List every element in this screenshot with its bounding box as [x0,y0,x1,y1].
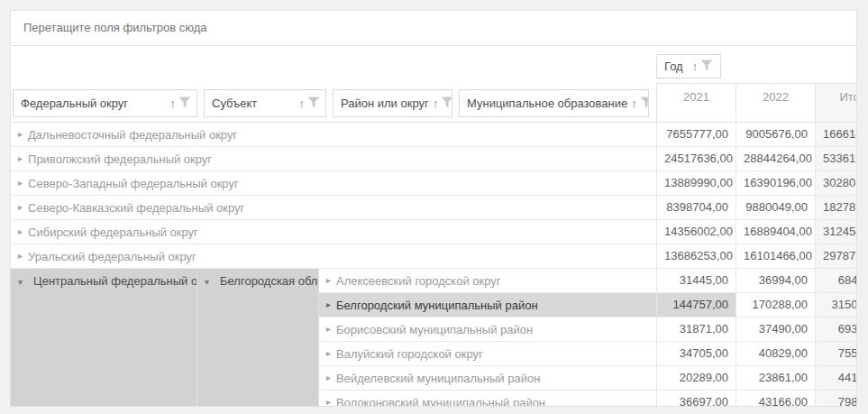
sort-asc-icon[interactable]: ↑ [433,97,439,109]
table-row[interactable]: ▸ Приволжский федеральный округ 24517636… [11,147,856,171]
total-value-cell[interactable]: 31245406,00 [815,220,857,244]
field-chip-year[interactable]: Год ↑ [656,54,721,78]
table-row[interactable]: ▸ Сибирский федеральный округ 14356002,0… [11,220,856,244]
total-value-cell[interactable]: 16661453,00 [815,123,857,146]
value-cell[interactable]: 8398704,00 [656,196,736,219]
row-label: Северо-Кавказский федеральный округ [28,201,244,215]
table-row[interactable]: ▸ Вейделевский муниципальный район 20289… [319,366,857,391]
row-header-cell[interactable]: ▸ Валуйский городской округ [319,342,656,365]
filter-icon[interactable] [307,97,320,111]
row-header-cell-central-federal-district[interactable]: ▾Центральный федеральный округ [11,269,197,407]
row-header-cell[interactable]: ▸ Приволжский федеральный округ [11,147,656,170]
table-row[interactable]: ▸ Северо-Кавказский федеральный округ 83… [11,196,856,220]
table-row[interactable]: ▸ Северо-Западный федеральный округ 1388… [11,171,856,196]
field-chip-icons: ↑ [692,60,714,74]
total-value-cell[interactable]: 315045,00 [815,293,857,317]
sort-asc-icon[interactable]: ↑ [170,97,177,109]
value-cell[interactable]: 7655777,00 [656,123,736,146]
collapse-icon[interactable]: ▾ [205,277,209,287]
total-value-cell[interactable]: 69361,00 [815,317,857,341]
field-chip-subject[interactable]: Субъект ↑ [204,89,326,117]
expand-icon[interactable]: ▸ [18,130,23,139]
value-cell[interactable]: 28844264,00 [736,147,815,170]
row-header-cell[interactable]: ▸ Северо-Кавказский федеральный округ [11,196,656,219]
filter-drop-area[interactable]: Перетащите поля фильтров сюда [11,11,856,46]
value-cell[interactable]: 34705,00 [656,342,736,365]
value-cell[interactable]: 144757,00 [656,293,736,317]
row-header-cell[interactable]: ▸ Дальневосточный федеральный округ [11,123,656,146]
row-header-cell[interactable]: ▸ Алексеевский городской округ [319,269,656,292]
value-cell[interactable]: 13889990,00 [656,171,736,195]
value-cell[interactable]: 31445,00 [656,269,736,292]
total-value-cell[interactable]: 75534,00 [815,342,857,365]
filter-icon[interactable] [700,60,713,74]
expand-icon[interactable]: ▸ [326,300,331,309]
table-row[interactable]: ▸ Борисовский муниципальный район 31871,… [319,317,857,342]
field-chip-federal-district[interactable]: Федеральный округ ↑ [13,89,197,117]
value-cell[interactable]: 9880049,00 [736,196,815,219]
total-value-cell[interactable]: 68439,00 [815,269,857,292]
row-header-cell[interactable]: ▸ Борисовский муниципальный район [319,317,656,341]
pivot-grid: Перетащите поля фильтров сюда Федеральны… [10,10,857,407]
expand-icon[interactable]: ▸ [326,349,331,358]
expand-icon[interactable]: ▸ [18,203,23,212]
value-cell[interactable]: 16889404,00 [736,220,815,244]
table-row[interactable]: ▸ Уральский федеральный округ 13686253,0… [11,244,856,269]
filter-icon[interactable] [640,97,649,111]
value-cell[interactable]: 14356002,00 [656,220,736,244]
table-row[interactable]: ▸ Алексеевский городской округ 31445,00 … [319,269,857,293]
row-header-cell[interactable]: ▸ Волоконовский муниципальный район [319,391,656,407]
total-value-cell[interactable]: 53361900,00 [815,147,857,170]
value-cell[interactable]: 31871,00 [656,317,736,341]
value-cell[interactable]: 13686253,00 [656,244,736,268]
row-header-cell[interactable]: ▸ Северо-Западный федеральный округ [11,171,656,195]
value-cell[interactable]: 9005676,00 [736,123,815,146]
table-row[interactable]: ▸ Волоконовский муниципальный район 3669… [319,391,857,407]
field-chip-label: Федеральный округ [21,97,128,110]
field-chip-district-or-okrug[interactable]: Район или округ ↑ [333,89,452,117]
value-cell[interactable]: 36697,00 [656,391,736,407]
total-value-cell[interactable]: 30280186,00 [815,171,857,195]
expand-icon[interactable]: ▸ [326,373,331,382]
value-cell[interactable]: 24517636,00 [656,147,736,170]
total-value-cell[interactable]: 29787719,00 [815,244,857,268]
field-chip-municipality[interactable]: Муниципальное образование ↑ [459,89,649,117]
pivot-data-area: ▸ Дальневосточный федеральный округ 7655… [11,123,856,407]
value-cell[interactable]: 23861,00 [736,366,815,390]
value-cell[interactable]: 40829,00 [736,342,815,365]
column-header-2022[interactable]: 2022 [736,84,815,122]
column-header-total: Итого [815,84,857,122]
sort-asc-icon[interactable]: ↑ [631,97,637,109]
expand-icon[interactable]: ▸ [18,227,23,236]
value-cell[interactable]: 170288,00 [736,293,815,317]
total-value-cell[interactable]: 18278753,00 [815,196,857,219]
filter-icon[interactable] [178,97,191,111]
column-header-2021[interactable]: 2021 [656,84,736,122]
sort-asc-icon[interactable]: ↑ [299,97,306,109]
row-header-cell[interactable]: ▸ Вейделевский муниципальный район [319,366,656,390]
collapse-icon[interactable]: ▾ [18,277,23,287]
total-value-cell[interactable]: 79863,00 [815,391,857,407]
table-row[interactable]: ▸ Валуйский городской округ 34705,00 408… [319,342,857,366]
expand-icon[interactable]: ▸ [18,154,23,163]
expand-icon[interactable]: ▸ [18,179,23,188]
value-cell[interactable]: 43166,00 [736,391,815,407]
row-header-cell[interactable]: ▸ Сибирский федеральный округ [11,220,656,244]
filter-icon[interactable] [441,97,452,111]
value-cell[interactable]: 16101466,00 [736,244,815,268]
value-cell[interactable]: 36994,00 [736,269,815,292]
value-cell[interactable]: 20289,00 [656,366,736,390]
expand-icon[interactable]: ▸ [326,398,331,407]
expand-icon[interactable]: ▸ [326,276,331,285]
expand-icon[interactable]: ▸ [18,252,23,261]
value-cell[interactable]: 16390196,00 [736,171,815,195]
row-header-cell[interactable]: ▸ Уральский федеральный округ [11,244,656,268]
total-value-cell[interactable]: 44150,00 [815,366,857,390]
table-row-selected[interactable]: ▸ Белгородский муниципальный район 14475… [319,293,857,317]
row-header-cell-belgorod-oblast[interactable]: ▾Белгородская область [197,269,319,407]
table-row[interactable]: ▸ Дальневосточный федеральный округ 7655… [11,123,856,147]
row-header-cell[interactable]: ▸ Белгородский муниципальный район [319,293,656,317]
value-cell[interactable]: 37490,00 [736,317,815,341]
expand-icon[interactable]: ▸ [326,325,331,334]
sort-asc-icon[interactable]: ↑ [692,60,699,72]
